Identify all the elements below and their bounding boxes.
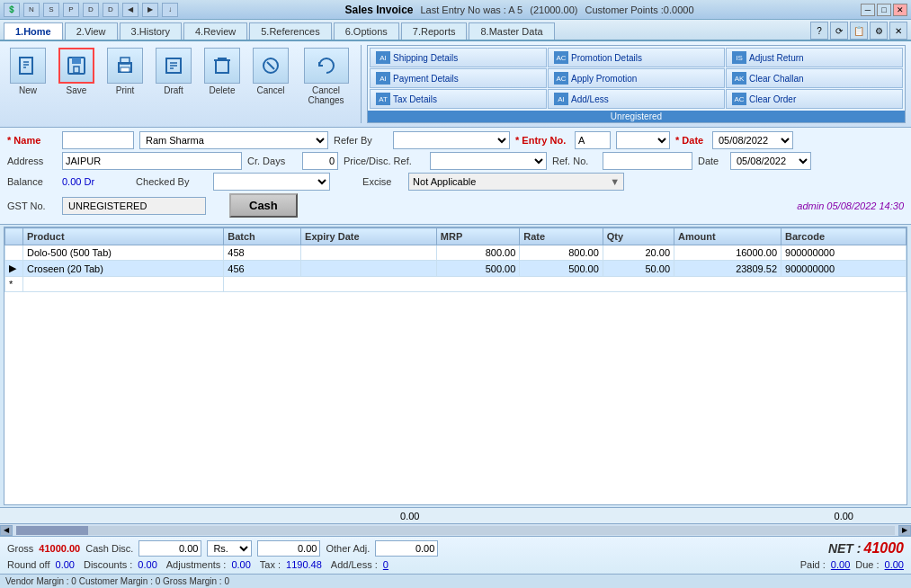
close-button[interactable]: ✕ xyxy=(893,4,907,16)
row-amount[interactable]: 23809.52 xyxy=(674,261,781,277)
row-batch[interactable]: 456 xyxy=(224,261,301,277)
row-product[interactable]: Dolo-500 (500 Tab) xyxy=(23,245,224,261)
draft-button[interactable]: Draft xyxy=(151,45,196,98)
date-select[interactable]: 05/08/2022 xyxy=(712,131,793,149)
entry-no-select[interactable] xyxy=(616,131,670,149)
minimize-button[interactable]: ─ xyxy=(861,4,875,16)
shipping-label: Shipping Details xyxy=(393,53,458,63)
horizontal-scrollbar[interactable]: ◀ ▶ xyxy=(0,523,911,536)
delete-button[interactable]: Delete xyxy=(200,45,245,98)
tab-view[interactable]: 2.View xyxy=(65,22,118,40)
date2-select[interactable]: 05/08/2022 xyxy=(730,152,811,170)
cash-button[interactable]: Cash xyxy=(229,193,298,218)
cr-days-input[interactable] xyxy=(302,152,338,170)
tab-reports[interactable]: 7.Reports xyxy=(401,22,468,40)
scroll-thumb[interactable] xyxy=(16,526,88,535)
row-mrp[interactable]: 800.00 xyxy=(436,245,519,261)
col-mrp: MRP xyxy=(436,228,519,245)
help-btn-2[interactable]: ⟳ xyxy=(830,22,848,40)
customer-points-text: Customer Points :0.0000 xyxy=(585,4,693,15)
clear-challan-button[interactable]: AK Clear Challan xyxy=(726,68,903,88)
rs-select[interactable]: Rs. xyxy=(207,540,252,557)
scroll-left-button[interactable]: ◀ xyxy=(0,525,13,536)
clear-order-button[interactable]: AC Clear Order xyxy=(726,89,903,109)
row-amount[interactable]: 16000.00 xyxy=(674,245,781,261)
shipping-details-button[interactable]: AI Shipping Details xyxy=(370,48,547,67)
apply-promotion-button[interactable]: AC Apply Promotion xyxy=(548,68,725,88)
checked-by-label: Checked By xyxy=(136,176,208,187)
row-batch[interactable]: 458 xyxy=(224,245,301,261)
quick-extra3[interactable]: ↓ xyxy=(162,3,178,17)
row-product[interactable]: Croseen (20 Tab) xyxy=(23,261,224,277)
cash-disc-input[interactable] xyxy=(138,540,201,557)
row-qty[interactable]: 50.00 xyxy=(603,261,674,277)
quick-new[interactable]: N xyxy=(23,3,40,17)
cash-btn[interactable]: Cash xyxy=(229,193,298,218)
table-row[interactable]: ▶ Croseen (20 Tab) 456 500.00 500.00 50.… xyxy=(5,261,907,277)
tab-home[interactable]: 1.Home xyxy=(4,22,63,40)
quick-extra2[interactable]: ▶ xyxy=(142,3,158,17)
maximize-button[interactable]: □ xyxy=(877,4,891,16)
row-barcode[interactable]: 900000000 xyxy=(781,245,907,261)
col-barcode: Barcode xyxy=(781,228,907,245)
row-indicator: * xyxy=(5,277,23,292)
tab-master-data[interactable]: 8.Master Data xyxy=(469,22,554,40)
row-mrp[interactable]: 500.00 xyxy=(436,261,519,277)
panel-buttons-grid: AI Shipping Details AC Promotion Details… xyxy=(368,46,905,111)
new-button[interactable]: New xyxy=(5,45,50,98)
cancel-changes-button[interactable]: Cancel Changes xyxy=(297,45,355,108)
svg-rect-14 xyxy=(216,60,228,73)
row-qty[interactable]: 20.00 xyxy=(603,245,674,261)
entry-no-input[interactable] xyxy=(575,131,611,149)
quick-extra1[interactable]: ◀ xyxy=(122,3,138,17)
quick-print[interactable]: P xyxy=(63,3,79,17)
promotion-details-button[interactable]: AC Promotion Details xyxy=(548,48,725,67)
adjust-return-button[interactable]: IS Adjust Return xyxy=(726,48,903,67)
adjust-return-icon: IS xyxy=(732,51,746,64)
tab-history[interactable]: 3.History xyxy=(120,22,182,40)
quick-save[interactable]: S xyxy=(43,3,59,17)
address-input[interactable] xyxy=(62,152,242,170)
table-row[interactable]: Dolo-500 (500 Tab) 458 800.00 800.00 20.… xyxy=(5,245,907,261)
row-rate[interactable]: 500.00 xyxy=(520,261,603,277)
tax-details-label: Tax Details xyxy=(393,94,437,104)
price-disc-select[interactable] xyxy=(430,152,547,170)
gross-label: Gross xyxy=(7,543,33,554)
row-barcode[interactable]: 900000000 xyxy=(781,261,907,277)
tab-options[interactable]: 6.Options xyxy=(334,22,399,40)
save-button[interactable]: Save xyxy=(54,45,99,98)
row-expiry[interactable] xyxy=(301,261,437,277)
checked-by-select[interactable] xyxy=(213,173,330,191)
tax-details-button[interactable]: AT Tax Details xyxy=(370,89,547,109)
help-btn-3[interactable]: 📋 xyxy=(850,22,868,40)
print-button[interactable]: Print xyxy=(103,45,147,98)
cancel-button[interactable]: Cancel xyxy=(248,45,293,98)
excise-value: Not Applicable ▼ xyxy=(408,173,624,191)
row-rate[interactable]: 800.00 xyxy=(520,245,603,261)
quick-draft[interactable]: D xyxy=(83,3,99,17)
scroll-track[interactable] xyxy=(16,526,895,535)
help-btn-4[interactable]: ⚙ xyxy=(870,22,888,40)
cash-disc-pct-input[interactable] xyxy=(257,540,320,557)
ref-no-input[interactable] xyxy=(603,152,692,170)
name-prefix-input[interactable] xyxy=(62,131,134,149)
app-icon[interactable]: 💲 xyxy=(4,3,20,17)
tab-review[interactable]: 4.Review xyxy=(183,22,247,40)
row-product[interactable] xyxy=(23,277,224,292)
refer-by-select[interactable] xyxy=(393,131,510,149)
add-less-button[interactable]: AI Add/Less xyxy=(548,89,725,109)
help-btn-5[interactable]: ✕ xyxy=(889,22,907,40)
scroll-right-button[interactable]: ▶ xyxy=(898,525,911,536)
other-adj-input[interactable] xyxy=(375,540,438,557)
paid-due-area: Paid : 0.00 Due : 0.00 xyxy=(800,559,904,570)
table-row[interactable]: * xyxy=(5,277,907,292)
add-less-value[interactable]: 0 xyxy=(383,559,389,570)
name-select[interactable]: Ram Sharma xyxy=(139,131,328,149)
payment-details-button[interactable]: AI Payment Details xyxy=(370,68,547,88)
tab-references[interactable]: 5.References xyxy=(249,22,331,40)
row-expiry[interactable] xyxy=(301,245,437,261)
discounts-value: 0.00 xyxy=(138,559,156,570)
balance-value: 0.00 Dr xyxy=(62,176,94,187)
quick-delete[interactable]: D xyxy=(103,3,119,17)
help-btn-1[interactable]: ? xyxy=(810,22,828,40)
